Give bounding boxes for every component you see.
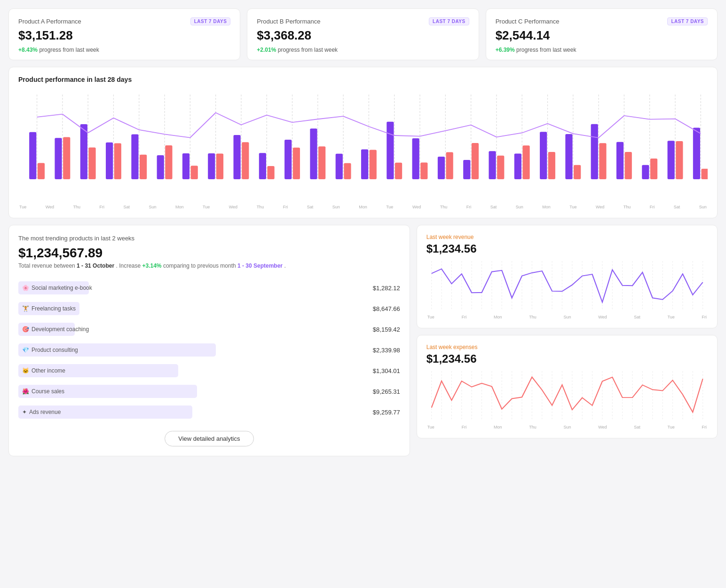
main-chart-area	[18, 90, 708, 203]
main-chart-card: Product performance in last 28 days TueW…	[8, 67, 718, 218]
kpi-progress-1: +2.01% progress from last week	[257, 47, 469, 53]
svg-rect-41	[208, 153, 215, 179]
expenses-card: Last week expenses $1,234.56 TueFriMonTh…	[417, 335, 718, 438]
svg-rect-74	[625, 152, 632, 179]
svg-rect-42	[216, 153, 223, 179]
svg-rect-32	[88, 147, 95, 179]
svg-rect-51	[336, 154, 343, 179]
bottom-row: The most trending products in last 2 wee…	[8, 225, 718, 456]
svg-rect-30	[63, 137, 70, 179]
kpi-badge-0: LAST 7 DAYS	[190, 17, 231, 25]
expenses-day-labels: TueFriMonThuSunWedSatTueFri	[426, 425, 708, 429]
svg-rect-50	[318, 146, 325, 179]
svg-rect-56	[395, 163, 402, 179]
svg-rect-73	[616, 142, 623, 179]
trending-total: $1,234,567.89	[18, 246, 400, 261]
kpi-progress-2: +6.39% progress from last week	[496, 47, 708, 53]
svg-rect-79	[693, 127, 700, 179]
svg-rect-33	[106, 143, 113, 179]
svg-rect-76	[650, 159, 657, 179]
svg-rect-58	[420, 163, 427, 179]
kpi-value-2: $2,544.14	[496, 28, 708, 43]
kpi-badge-2: LAST 7 DAYS	[667, 17, 708, 25]
main-chart-title: Product performance in last 28 days	[18, 76, 708, 83]
right-col: Last week revenue $1,234.56 TueFriMonThu…	[417, 225, 718, 456]
svg-rect-45	[259, 153, 266, 179]
product-list: 🌸 Social marketing e-book $1,282.12 🏋️ F…	[18, 278, 400, 422]
svg-rect-52	[344, 163, 351, 179]
svg-rect-44	[242, 142, 249, 179]
svg-rect-46	[267, 166, 274, 179]
svg-rect-70	[574, 165, 581, 179]
svg-rect-29	[55, 138, 62, 179]
view-btn-wrap: View detailed analytics	[18, 431, 400, 446]
svg-rect-61	[463, 160, 470, 179]
svg-rect-28	[38, 163, 45, 179]
list-item: 🎯 Development coaching $8,159.42	[18, 319, 400, 340]
svg-rect-80	[702, 169, 708, 179]
kpi-header-0: Product A Performance LAST 7 DAYS	[18, 17, 230, 25]
svg-rect-48	[293, 148, 300, 179]
list-item: 🌺 Course sales $9,265.31	[18, 381, 400, 402]
svg-rect-43	[233, 135, 240, 179]
expenses-label: Last week expenses	[426, 344, 708, 350]
list-item: 💎 Product consulting $2,339.98	[18, 340, 400, 360]
kpi-badge-1: LAST 7 DAYS	[429, 17, 469, 25]
svg-rect-27	[29, 132, 36, 179]
kpi-title-0: Product A Performance	[18, 18, 81, 25]
kpi-value-0: $3,151.28	[18, 28, 230, 43]
svg-rect-75	[642, 165, 649, 179]
trending-title: The most trending products in last 2 wee…	[18, 235, 400, 242]
svg-rect-66	[522, 145, 529, 179]
revenue-day-labels: TueFriMonThuSunWedSatTueFri	[426, 315, 708, 319]
revenue-card: Last week revenue $1,234.56 TueFriMonThu…	[417, 225, 718, 328]
svg-rect-68	[548, 152, 555, 179]
list-item: ✦ Ads revenue $9,259.77	[18, 402, 400, 422]
kpi-title-2: Product C Performance	[496, 18, 560, 25]
svg-rect-64	[497, 156, 504, 179]
expenses-chart	[426, 371, 708, 423]
trending-card: The most trending products in last 2 wee…	[8, 225, 410, 456]
revenue-value: $1,234.56	[426, 242, 708, 255]
svg-rect-47	[284, 140, 292, 179]
svg-rect-60	[446, 152, 453, 179]
svg-rect-67	[540, 132, 547, 179]
svg-rect-53	[361, 149, 368, 179]
svg-rect-39	[182, 153, 189, 179]
svg-rect-31	[80, 124, 87, 179]
svg-rect-38	[165, 145, 172, 179]
revenue-label: Last week revenue	[426, 234, 708, 240]
svg-rect-78	[676, 141, 683, 179]
svg-rect-40	[191, 166, 198, 179]
svg-rect-69	[565, 134, 572, 179]
svg-rect-35	[131, 135, 138, 179]
svg-rect-71	[591, 124, 598, 179]
revenue-chart	[426, 261, 708, 313]
list-item: 🌸 Social marketing e-book $1,282.12	[18, 278, 400, 298]
list-item: 🐱 Other income $1,304.01	[18, 360, 400, 381]
view-detailed-analytics-button[interactable]: View detailed analytics	[165, 431, 253, 446]
kpi-value-1: $3,368.28	[257, 28, 469, 43]
svg-rect-57	[412, 138, 419, 179]
kpi-card-1: Product B Performance LAST 7 DAYS $3,368…	[247, 8, 479, 60]
svg-rect-65	[514, 153, 521, 179]
svg-rect-36	[140, 155, 147, 179]
expenses-value: $1,234.56	[426, 352, 708, 366]
svg-rect-37	[157, 155, 164, 179]
svg-rect-72	[599, 143, 606, 179]
kpi-card-2: Product C Performance LAST 7 DAYS $2,544…	[486, 8, 718, 60]
svg-rect-54	[370, 150, 377, 179]
kpi-title-1: Product B Performance	[257, 18, 320, 25]
svg-rect-63	[489, 151, 496, 179]
kpi-header-1: Product B Performance LAST 7 DAYS	[257, 17, 469, 25]
kpi-row: Product A Performance LAST 7 DAYS $3,151…	[8, 8, 718, 60]
kpi-header-2: Product C Performance LAST 7 DAYS	[496, 17, 708, 25]
svg-rect-77	[668, 141, 675, 179]
svg-rect-49	[310, 128, 317, 179]
svg-rect-55	[387, 122, 394, 179]
svg-rect-34	[114, 143, 121, 179]
trending-subtitle: Total revenue between 1 - 31 October . I…	[18, 262, 400, 269]
svg-rect-62	[472, 143, 479, 179]
kpi-progress-0: +8.43% progress from last week	[18, 47, 230, 53]
svg-rect-59	[438, 157, 445, 179]
